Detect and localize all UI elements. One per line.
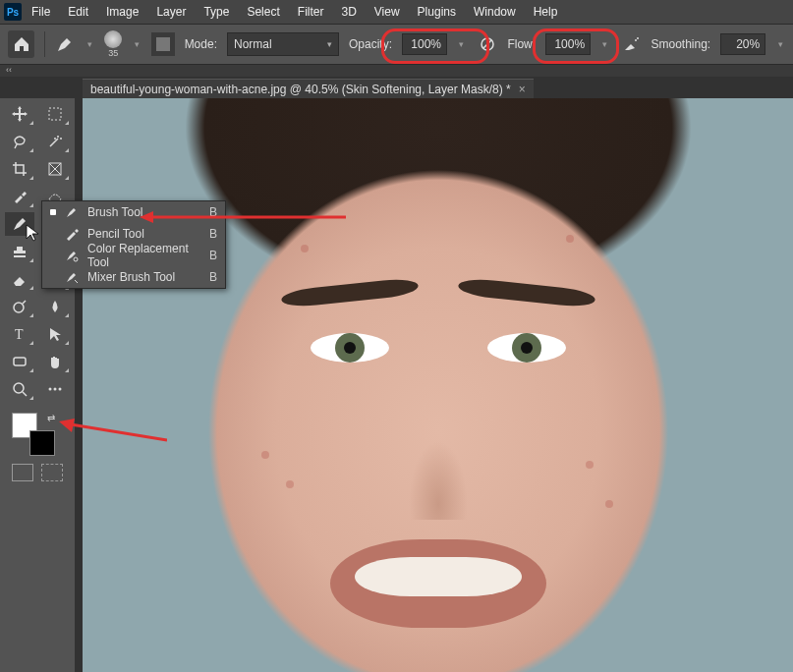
document-image[interactable] — [83, 98, 793, 672]
image-nose — [409, 441, 468, 520]
menu-plugins[interactable]: Plugins — [410, 2, 464, 22]
eyedropper-icon — [11, 188, 28, 205]
hand-tool[interactable] — [40, 350, 70, 373]
menu-filter[interactable]: Filter — [290, 2, 332, 22]
image-face — [193, 127, 684, 672]
flyout-shortcut: B — [209, 249, 217, 262]
opacity-chevron-icon[interactable]: ▾ — [457, 39, 467, 49]
move-tool[interactable] — [5, 102, 34, 126]
main-area: T ⇄ — [0, 98, 793, 672]
brush-icon — [64, 205, 80, 219]
brush-picker-chevron-icon[interactable]: ▾ — [132, 39, 142, 49]
zoom-tool[interactable] — [5, 377, 34, 401]
lasso-icon — [11, 133, 28, 150]
svg-point-1 — [635, 39, 637, 41]
magic-wand-tool[interactable] — [40, 130, 70, 153]
shape-tool[interactable] — [5, 350, 34, 373]
lasso-tool[interactable] — [5, 130, 34, 153]
flow-label: Flow: — [507, 37, 536, 51]
flyout-brush-tool[interactable]: Brush Tool B — [42, 201, 225, 223]
quick-mask-row — [0, 464, 75, 481]
flyout-label: Mixer Brush Tool — [87, 270, 201, 284]
document-tab[interactable]: beautiful-young-woman-with-acne.jpg @ 40… — [83, 79, 534, 99]
brush-preview[interactable]: 35 — [104, 30, 122, 58]
menu-window[interactable]: Window — [466, 2, 524, 22]
pressure-opacity-toggle[interactable] — [477, 33, 498, 55]
tool-preset-picker[interactable] — [55, 34, 75, 54]
menu-file[interactable]: File — [24, 2, 58, 22]
tools-panel: T ⇄ — [0, 98, 76, 672]
svg-rect-3 — [49, 108, 61, 120]
eraser-tool[interactable] — [5, 267, 34, 291]
menu-help[interactable]: Help — [526, 2, 566, 22]
smoothing-input[interactable]: 20% — [720, 33, 765, 55]
crop-tool[interactable] — [5, 157, 34, 181]
brush-tip-icon — [104, 30, 122, 48]
menu-3d[interactable]: 3D — [333, 2, 364, 22]
color-replace-icon — [64, 249, 80, 262]
flyout-color-replacement-tool[interactable]: Color Replacement Tool B — [42, 245, 225, 266]
brush-size-value: 35 — [108, 48, 118, 58]
menu-edit[interactable]: Edit — [60, 2, 96, 22]
current-tool-indicator-icon — [50, 209, 56, 215]
flyout-label: Color Replacement Tool — [87, 242, 201, 269]
zoom-icon — [11, 380, 28, 398]
wand-icon — [46, 133, 64, 150]
path-selection-tool[interactable] — [40, 322, 70, 346]
pencil-icon — [64, 227, 80, 241]
home-button[interactable] — [8, 30, 34, 58]
menu-image[interactable]: Image — [98, 2, 146, 22]
pen-tool[interactable] — [5, 295, 34, 318]
svg-text:T: T — [15, 327, 24, 342]
crop-icon — [11, 160, 28, 178]
brush-panel-toggle[interactable] — [151, 32, 175, 56]
svg-point-13 — [59, 388, 62, 391]
opacity-input[interactable]: 100% — [402, 33, 447, 55]
options-bar: ▾ 35 ▾ Mode: Normal ▾ Opacity: 100% ▾ Fl… — [0, 24, 793, 65]
swap-colors-icon[interactable]: ⇄ — [47, 413, 55, 423]
background-color-swatch[interactable] — [29, 430, 55, 456]
mode-combo[interactable]: Normal ▾ — [227, 32, 339, 56]
menu-bar: Ps File Edit Image Layer Type Select Fil… — [0, 0, 793, 24]
menu-type[interactable]: Type — [196, 2, 237, 22]
rect-icon — [11, 353, 28, 370]
ellipsis-icon — [46, 383, 64, 395]
dodge-icon — [11, 298, 28, 315]
document-tab-bar: beautiful-young-woman-with-acne.jpg @ 40… — [0, 77, 793, 100]
edit-toolbar[interactable] — [40, 377, 70, 401]
marquee-tool[interactable] — [40, 102, 70, 126]
smoothing-chevron-icon[interactable]: ▾ — [775, 39, 785, 49]
arrow-icon — [46, 325, 64, 343]
app-logo: Ps — [4, 3, 22, 21]
close-tab-icon[interactable]: × — [519, 83, 526, 96]
frame-tool[interactable] — [40, 157, 70, 181]
type-tool[interactable]: T — [5, 322, 34, 346]
flow-chevron-icon[interactable]: ▾ — [600, 39, 610, 49]
tool-preset-chevron-icon[interactable]: ▾ — [85, 39, 94, 49]
blur-tool[interactable] — [40, 295, 70, 318]
quick-mask-toggle[interactable] — [12, 464, 33, 481]
flyout-label: Brush Tool — [87, 205, 201, 219]
stamp-icon — [11, 243, 28, 260]
flow-input[interactable]: 100% — [545, 33, 591, 55]
brush-tool-flyout: Brush Tool B Pencil Tool B Color Replace… — [41, 200, 226, 289]
document-title: beautiful-young-woman-with-acne.jpg @ 40… — [90, 83, 511, 96]
svg-point-10 — [14, 383, 24, 393]
pressure-opacity-icon — [479, 35, 496, 53]
airbrush-toggle[interactable] — [620, 33, 642, 55]
flyout-mixer-brush-tool[interactable]: Mixer Brush Tool B — [42, 266, 225, 288]
menu-view[interactable]: View — [367, 2, 408, 22]
marquee-icon — [46, 105, 64, 123]
color-swatches: ⇄ — [0, 413, 75, 458]
svg-rect-9 — [14, 358, 26, 365]
hand-icon — [46, 353, 64, 370]
image-eyebrow — [457, 276, 595, 308]
eyedropper-tool[interactable] — [5, 185, 34, 208]
home-icon — [13, 35, 30, 53]
screen-mode-toggle[interactable] — [41, 464, 63, 481]
menu-layer[interactable]: Layer — [148, 2, 194, 22]
move-icon — [11, 105, 28, 123]
menu-select[interactable]: Select — [239, 2, 287, 22]
panel-collapse-handle[interactable]: ‹‹ — [0, 65, 793, 77]
separator — [44, 31, 45, 57]
